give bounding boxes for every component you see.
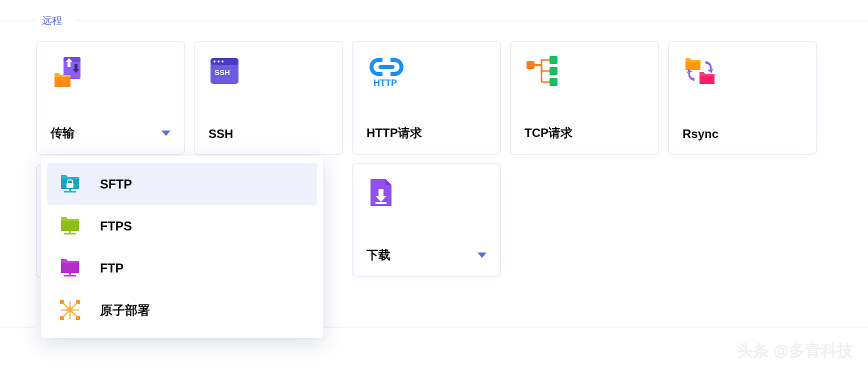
ftps-icon <box>57 213 83 239</box>
svg-line-30 <box>62 310 70 318</box>
svg-text:HTTP: HTTP <box>374 78 397 88</box>
svg-line-29 <box>70 302 78 310</box>
dropdown-item-ftps[interactable]: FTPS <box>47 205 317 247</box>
card-label: HTTP请求 <box>366 125 422 141</box>
card-ssh[interactable]: SSH SSH <box>194 42 343 154</box>
dropdown-label: FTP <box>100 261 124 276</box>
transfer-icon <box>50 55 170 95</box>
dropdown-item-ftp[interactable]: FTP <box>47 247 317 289</box>
http-icon: HTTP <box>366 55 486 95</box>
svg-text:SSH: SSH <box>214 68 230 76</box>
divider-line <box>0 20 35 21</box>
download-icon <box>366 177 486 217</box>
chevron-down-icon <box>162 130 170 136</box>
transfer-dropdown: SFTP FTPS FTP <box>41 156 323 338</box>
card-label: TCP请求 <box>524 125 572 141</box>
ftp-icon <box>57 255 83 281</box>
card-label: SSH <box>208 127 233 141</box>
ssh-icon: SSH <box>208 55 328 95</box>
dropdown-label: FTPS <box>100 219 132 234</box>
card-tcp[interactable]: TCP请求 <box>510 42 659 154</box>
svg-rect-1 <box>64 57 80 62</box>
divider-line <box>75 20 868 21</box>
svg-rect-13 <box>550 78 558 86</box>
card-http[interactable]: HTTP HTTP请求 <box>352 42 501 154</box>
atomic-deploy-icon <box>57 297 83 323</box>
svg-rect-22 <box>69 273 71 276</box>
cards-row: 传输 SSH SSH HTTP <box>0 42 868 154</box>
svg-line-31 <box>70 310 78 318</box>
svg-point-5 <box>218 60 220 62</box>
card-label: Rsync <box>682 127 718 141</box>
section-title: 远程 <box>35 14 69 28</box>
svg-rect-18 <box>69 189 71 192</box>
dropdown-item-atomic[interactable]: 原子部署 <box>47 289 317 331</box>
card-download[interactable]: 下载 <box>352 164 501 276</box>
card-transfer[interactable]: 传输 <box>36 42 185 154</box>
svg-line-28 <box>62 302 70 310</box>
rsync-icon <box>682 55 802 95</box>
dropdown-label: SFTP <box>100 177 132 192</box>
svg-rect-16 <box>66 183 74 188</box>
tcp-icon <box>524 55 644 95</box>
sftp-icon <box>57 171 83 197</box>
dropdown-label: 原子部署 <box>100 302 150 318</box>
chevron-down-icon <box>478 252 486 258</box>
dropdown-item-sftp[interactable]: SFTP <box>47 163 317 205</box>
section-header: 远程 <box>0 0 868 42</box>
svg-rect-20 <box>69 231 71 234</box>
svg-rect-14 <box>376 202 386 204</box>
card-label: 传输 <box>50 125 74 141</box>
svg-rect-8 <box>378 65 394 69</box>
svg-point-6 <box>222 60 224 62</box>
card-label: 下载 <box>366 247 390 263</box>
svg-point-4 <box>214 60 216 62</box>
card-rsync[interactable]: Rsync <box>668 42 817 154</box>
svg-rect-10 <box>526 61 534 69</box>
watermark-text: 头条 @多青科技 <box>737 340 853 362</box>
svg-rect-11 <box>550 56 558 64</box>
svg-rect-12 <box>550 67 558 75</box>
